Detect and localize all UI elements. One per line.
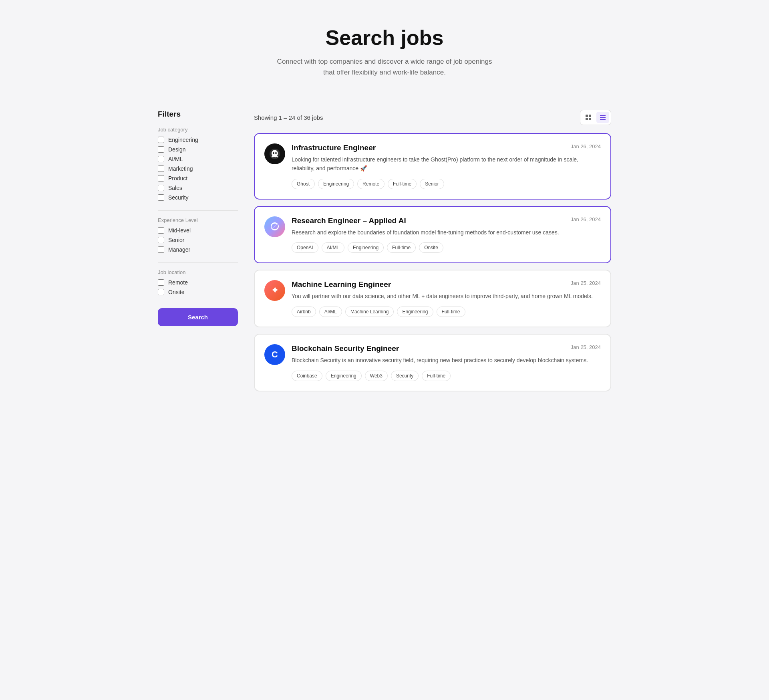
search-button[interactable]: Search [158, 308, 238, 326]
sidebar: Filters Job category Engineering Design … [158, 110, 238, 326]
svg-point-8 [272, 150, 278, 157]
filter-item-mid-level[interactable]: Mid-level [158, 227, 238, 234]
list-icon [600, 114, 606, 121]
filter-item-product[interactable]: Product [158, 175, 238, 182]
checkbox-marketing[interactable] [158, 165, 164, 172]
label-marketing[interactable]: Marketing [168, 165, 193, 172]
hero-subtitle: Connect with top companies and discover … [272, 56, 497, 78]
tag: Airbnb [292, 307, 316, 317]
company-logo-openai [264, 216, 285, 237]
label-security[interactable]: Security [168, 194, 189, 201]
filter-item-aiml[interactable]: AI/ML [158, 156, 238, 162]
tag: Engineering [348, 242, 384, 253]
svg-rect-5 [600, 117, 606, 118]
tag: Engineering [318, 179, 354, 189]
filters-title: Filters [158, 110, 238, 119]
label-aiml[interactable]: AI/ML [168, 156, 183, 162]
svg-rect-1 [589, 115, 591, 117]
list-view-button[interactable] [596, 112, 609, 123]
page-title: Search jobs [10, 26, 759, 50]
filter-label-experience: Experience Level [158, 217, 238, 223]
job-date-4: Jan 25, 2024 [571, 344, 601, 350]
svg-rect-6 [600, 119, 606, 120]
job-description-4: Blockchain Security is an innovative sec… [292, 356, 601, 365]
label-manager[interactable]: Manager [168, 246, 190, 253]
job-card-3-top: ✦ Machine Learning Engineer Jan 25, 2024… [264, 280, 601, 317]
job-card-3[interactable]: ✦ Machine Learning Engineer Jan 25, 2024… [254, 270, 611, 327]
company-logo-coinbase: C [264, 344, 285, 365]
filter-item-senior[interactable]: Senior [158, 237, 238, 243]
tag: Web3 [365, 371, 388, 381]
checkbox-sales[interactable] [158, 185, 164, 191]
job-card-2-top: Research Engineer – Applied AI Jan 26, 2… [264, 216, 601, 253]
tag: Machine Learning [345, 307, 394, 317]
label-product[interactable]: Product [168, 175, 187, 182]
label-remote[interactable]: Remote [168, 279, 188, 286]
checkbox-manager[interactable] [158, 246, 164, 253]
job-card-4[interactable]: C Blockchain Security Engineer Jan 25, 2… [254, 334, 611, 391]
company-logo-airbnb: ✦ [264, 280, 285, 301]
label-senior[interactable]: Senior [168, 237, 184, 243]
hero-section: Search jobs Connect with top companies a… [0, 0, 769, 97]
job-tags-4: Coinbase Engineering Web3 Security Full-… [292, 371, 601, 381]
checkbox-senior[interactable] [158, 237, 164, 243]
filter-item-engineering[interactable]: Engineering [158, 137, 238, 143]
tag: AI/ML [319, 307, 342, 317]
content-area: Showing 1 – 24 of 36 jobs [254, 110, 611, 391]
checkbox-aiml[interactable] [158, 156, 164, 162]
job-date-1: Jan 26, 2024 [571, 143, 601, 149]
job-card-1[interactable]: Infrastructure Engineer Jan 26, 2024 Loo… [254, 133, 611, 199]
label-engineering[interactable]: Engineering [168, 137, 198, 143]
filter-label-location: Job location [158, 269, 238, 275]
svg-rect-0 [586, 115, 588, 117]
main-container: Filters Job category Engineering Design … [148, 97, 621, 417]
tag: Senior [420, 179, 444, 189]
grid-icon [585, 114, 592, 121]
filter-item-design[interactable]: Design [158, 146, 238, 153]
filter-item-security[interactable]: Security [158, 194, 238, 201]
job-card-4-top: C Blockchain Security Engineer Jan 25, 2… [264, 344, 601, 381]
filter-item-sales[interactable]: Sales [158, 185, 238, 191]
divider-1 [158, 210, 238, 211]
job-tags-3: Airbnb AI/ML Machine Learning Engineerin… [292, 307, 601, 317]
filter-group-location: Job location Remote Onsite [158, 269, 238, 295]
label-mid-level[interactable]: Mid-level [168, 227, 191, 234]
checkbox-security[interactable] [158, 194, 164, 201]
tag: Full-time [387, 242, 416, 253]
job-description-2: Research and explore the boundaries of f… [292, 228, 601, 237]
checkbox-engineering[interactable] [158, 137, 164, 143]
job-header-row-2: Research Engineer – Applied AI Jan 26, 2… [292, 216, 601, 225]
job-header-row-3: Machine Learning Engineer Jan 25, 2024 [292, 280, 601, 289]
job-info-3: Machine Learning Engineer Jan 25, 2024 Y… [292, 280, 601, 317]
checkbox-onsite[interactable] [158, 289, 164, 295]
job-title-2: Research Engineer – Applied AI [292, 216, 406, 225]
filter-label-job-category: Job category [158, 127, 238, 133]
job-card-2[interactable]: Research Engineer – Applied AI Jan 26, 2… [254, 206, 611, 264]
tag: Engineering [397, 307, 433, 317]
tag: Engineering [326, 371, 362, 381]
label-sales[interactable]: Sales [168, 185, 182, 191]
checkbox-remote[interactable] [158, 279, 164, 286]
job-tags-2: OpenAI AI/ML Engineering Full-time Onsit… [292, 242, 601, 253]
results-count: Showing 1 – 24 of 36 jobs [254, 114, 323, 121]
checkbox-mid-level[interactable] [158, 227, 164, 234]
job-list: Infrastructure Engineer Jan 26, 2024 Loo… [254, 133, 611, 391]
filter-item-manager[interactable]: Manager [158, 246, 238, 253]
tag: Full-time [388, 179, 417, 189]
job-header-row-4: Blockchain Security Engineer Jan 25, 202… [292, 344, 601, 353]
svg-rect-2 [586, 118, 588, 120]
job-title-3: Machine Learning Engineer [292, 280, 391, 289]
label-onsite[interactable]: Onsite [168, 289, 184, 295]
label-design[interactable]: Design [168, 146, 186, 153]
checkbox-design[interactable] [158, 146, 164, 153]
job-date-3: Jan 25, 2024 [571, 280, 601, 286]
filter-item-onsite[interactable]: Onsite [158, 289, 238, 295]
tag: Onsite [419, 242, 443, 253]
filter-item-remote[interactable]: Remote [158, 279, 238, 286]
grid-view-button[interactable] [582, 112, 595, 123]
filter-group-experience: Experience Level Mid-level Senior Manage… [158, 217, 238, 253]
filter-item-marketing[interactable]: Marketing [158, 165, 238, 172]
divider-2 [158, 262, 238, 263]
checkbox-product[interactable] [158, 175, 164, 182]
tag: Ghost [292, 179, 315, 189]
